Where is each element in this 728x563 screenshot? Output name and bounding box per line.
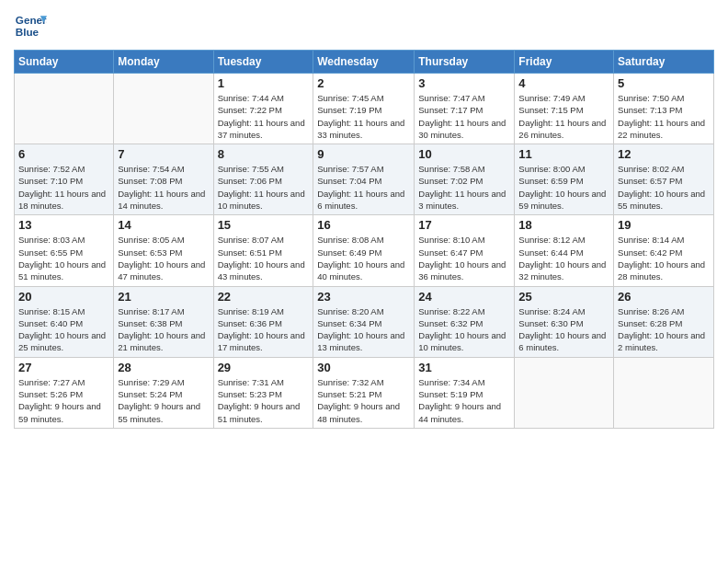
calendar-cell: 11Sunrise: 8:00 AM Sunset: 6:59 PM Dayli… (515, 144, 614, 215)
day-number: 8 (218, 147, 310, 161)
svg-text:General: General (16, 14, 47, 26)
day-info: Sunrise: 8:00 AM Sunset: 6:59 PM Dayligh… (518, 163, 609, 212)
calendar-cell: 3Sunrise: 7:47 AM Sunset: 7:17 PM Daylig… (415, 74, 515, 144)
calendar-week-row: 27Sunrise: 7:27 AM Sunset: 5:26 PM Dayli… (15, 357, 714, 428)
day-info: Sunrise: 8:07 AM Sunset: 6:51 PM Dayligh… (218, 234, 310, 282)
day-info: Sunrise: 7:49 AM Sunset: 7:15 PM Dayligh… (518, 92, 609, 141)
day-info: Sunrise: 7:58 AM Sunset: 7:02 PM Dayligh… (418, 163, 510, 212)
day-number: 15 (218, 218, 310, 232)
day-number: 28 (118, 361, 209, 374)
day-number: 21 (118, 290, 209, 304)
day-number: 17 (418, 218, 510, 232)
calendar-week-row: 1Sunrise: 7:44 AM Sunset: 7:22 PM Daylig… (15, 74, 714, 144)
day-number: 9 (317, 147, 410, 161)
weekday-header-friday: Friday (515, 51, 614, 74)
calendar-week-row: 13Sunrise: 8:03 AM Sunset: 6:55 PM Dayli… (15, 215, 714, 286)
day-info: Sunrise: 8:26 AM Sunset: 6:28 PM Dayligh… (618, 305, 710, 354)
day-info: Sunrise: 8:22 AM Sunset: 6:32 PM Dayligh… (418, 305, 510, 354)
calendar-cell: 23Sunrise: 8:20 AM Sunset: 6:34 PM Dayli… (313, 286, 415, 357)
day-number: 30 (317, 361, 410, 374)
weekday-header-sunday: Sunday (15, 51, 114, 74)
calendar-cell: 28Sunrise: 7:29 AM Sunset: 5:24 PM Dayli… (114, 357, 213, 428)
calendar-cell (614, 357, 714, 428)
day-number: 1 (218, 76, 310, 90)
day-number: 26 (618, 290, 710, 304)
day-number: 20 (18, 290, 109, 304)
day-info: Sunrise: 7:27 AM Sunset: 5:26 PM Dayligh… (18, 376, 109, 425)
calendar-table: SundayMondayTuesdayWednesdayThursdayFrid… (14, 50, 714, 429)
day-info: Sunrise: 7:44 AM Sunset: 7:22 PM Dayligh… (218, 92, 310, 141)
calendar-cell: 31Sunrise: 7:34 AM Sunset: 5:19 PM Dayli… (415, 357, 515, 428)
calendar-cell: 29Sunrise: 7:31 AM Sunset: 5:23 PM Dayli… (213, 357, 313, 428)
day-number: 12 (618, 147, 710, 161)
calendar-cell: 18Sunrise: 8:12 AM Sunset: 6:44 PM Dayli… (515, 215, 614, 286)
day-info: Sunrise: 8:05 AM Sunset: 6:53 PM Dayligh… (118, 234, 209, 282)
day-number: 25 (518, 290, 609, 304)
day-info: Sunrise: 8:10 AM Sunset: 6:47 PM Dayligh… (418, 234, 510, 282)
day-info: Sunrise: 7:32 AM Sunset: 5:21 PM Dayligh… (317, 376, 410, 425)
header: General Blue (14, 9, 714, 42)
calendar-cell: 20Sunrise: 8:15 AM Sunset: 6:40 PM Dayli… (15, 286, 114, 357)
calendar-cell: 8Sunrise: 7:55 AM Sunset: 7:06 PM Daylig… (213, 144, 313, 215)
day-info: Sunrise: 8:12 AM Sunset: 6:44 PM Dayligh… (518, 234, 609, 282)
day-number: 2 (317, 76, 410, 90)
calendar-cell: 17Sunrise: 8:10 AM Sunset: 6:47 PM Dayli… (415, 215, 515, 286)
day-number: 3 (418, 76, 510, 90)
day-info: Sunrise: 8:24 AM Sunset: 6:30 PM Dayligh… (518, 305, 609, 354)
calendar-cell: 10Sunrise: 7:58 AM Sunset: 7:02 PM Dayli… (415, 144, 515, 215)
weekday-header-row: SundayMondayTuesdayWednesdayThursdayFrid… (15, 51, 714, 74)
day-info: Sunrise: 7:55 AM Sunset: 7:06 PM Dayligh… (218, 163, 310, 212)
day-number: 4 (518, 76, 609, 90)
day-number: 24 (418, 290, 510, 304)
calendar-cell: 19Sunrise: 8:14 AM Sunset: 6:42 PM Dayli… (614, 215, 714, 286)
calendar-cell: 5Sunrise: 7:50 AM Sunset: 7:13 PM Daylig… (614, 74, 714, 144)
logo-icon: General Blue (14, 9, 47, 42)
day-info: Sunrise: 7:31 AM Sunset: 5:23 PM Dayligh… (218, 376, 310, 425)
day-number: 16 (317, 218, 410, 232)
day-number: 11 (518, 147, 609, 161)
weekday-header-wednesday: Wednesday (313, 51, 415, 74)
weekday-header-tuesday: Tuesday (213, 51, 313, 74)
day-info: Sunrise: 8:03 AM Sunset: 6:55 PM Dayligh… (18, 234, 109, 282)
day-number: 10 (418, 147, 510, 161)
calendar-cell: 16Sunrise: 8:08 AM Sunset: 6:49 PM Dayli… (313, 215, 415, 286)
calendar-cell: 1Sunrise: 7:44 AM Sunset: 7:22 PM Daylig… (213, 74, 313, 144)
calendar-cell: 14Sunrise: 8:05 AM Sunset: 6:53 PM Dayli… (114, 215, 213, 286)
calendar-cell: 6Sunrise: 7:52 AM Sunset: 7:10 PM Daylig… (15, 144, 114, 215)
calendar-week-row: 6Sunrise: 7:52 AM Sunset: 7:10 PM Daylig… (15, 144, 714, 215)
logo: General Blue (14, 9, 47, 42)
calendar-week-row: 20Sunrise: 8:15 AM Sunset: 6:40 PM Dayli… (15, 286, 714, 357)
calendar-cell: 26Sunrise: 8:26 AM Sunset: 6:28 PM Dayli… (614, 286, 714, 357)
day-number: 29 (218, 361, 310, 374)
day-info: Sunrise: 8:20 AM Sunset: 6:34 PM Dayligh… (317, 305, 410, 354)
day-info: Sunrise: 8:08 AM Sunset: 6:49 PM Dayligh… (317, 234, 410, 282)
calendar-cell (114, 74, 213, 144)
day-info: Sunrise: 8:17 AM Sunset: 6:38 PM Dayligh… (118, 305, 209, 354)
weekday-header-thursday: Thursday (415, 51, 515, 74)
calendar-cell: 12Sunrise: 8:02 AM Sunset: 6:57 PM Dayli… (614, 144, 714, 215)
day-number: 13 (18, 218, 109, 232)
calendar-cell: 13Sunrise: 8:03 AM Sunset: 6:55 PM Dayli… (15, 215, 114, 286)
calendar-cell: 9Sunrise: 7:57 AM Sunset: 7:04 PM Daylig… (313, 144, 415, 215)
day-number: 22 (218, 290, 310, 304)
day-info: Sunrise: 8:15 AM Sunset: 6:40 PM Dayligh… (18, 305, 109, 354)
day-info: Sunrise: 7:29 AM Sunset: 5:24 PM Dayligh… (118, 376, 209, 425)
day-number: 14 (118, 218, 209, 232)
weekday-header-saturday: Saturday (614, 51, 714, 74)
day-info: Sunrise: 7:50 AM Sunset: 7:13 PM Dayligh… (618, 92, 710, 141)
day-number: 7 (118, 147, 209, 161)
calendar-cell: 27Sunrise: 7:27 AM Sunset: 5:26 PM Dayli… (15, 357, 114, 428)
day-info: Sunrise: 7:57 AM Sunset: 7:04 PM Dayligh… (317, 163, 410, 212)
page: General Blue SundayMondayTuesdayWednesda… (0, 0, 728, 563)
day-number: 27 (18, 361, 109, 374)
day-info: Sunrise: 8:19 AM Sunset: 6:36 PM Dayligh… (218, 305, 310, 354)
day-number: 5 (618, 76, 710, 90)
calendar-cell: 30Sunrise: 7:32 AM Sunset: 5:21 PM Dayli… (313, 357, 415, 428)
day-number: 31 (418, 361, 510, 374)
day-info: Sunrise: 7:52 AM Sunset: 7:10 PM Dayligh… (18, 163, 109, 212)
calendar-cell: 22Sunrise: 8:19 AM Sunset: 6:36 PM Dayli… (213, 286, 313, 357)
calendar-cell: 7Sunrise: 7:54 AM Sunset: 7:08 PM Daylig… (114, 144, 213, 215)
day-info: Sunrise: 8:02 AM Sunset: 6:57 PM Dayligh… (618, 163, 710, 212)
calendar-cell: 24Sunrise: 8:22 AM Sunset: 6:32 PM Dayli… (415, 286, 515, 357)
calendar-cell: 2Sunrise: 7:45 AM Sunset: 7:19 PM Daylig… (313, 74, 415, 144)
